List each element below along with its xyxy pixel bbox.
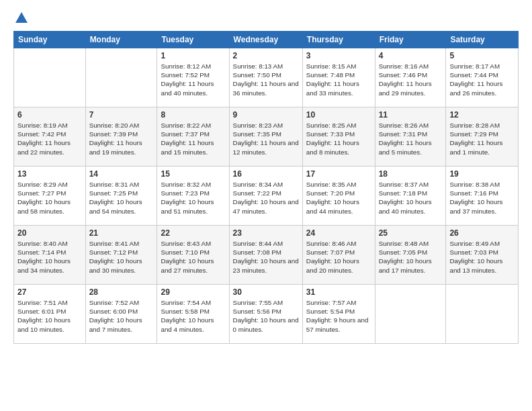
header xyxy=(13,11,519,24)
table-row: 10Sunrise: 8:25 AMSunset: 7:33 PMDayligh… xyxy=(302,107,375,167)
day-number: 15 xyxy=(161,169,225,179)
day-info: Sunrise: 7:51 AMSunset: 6:01 PMDaylight:… xyxy=(17,298,82,334)
day-info: Sunrise: 8:41 AMSunset: 7:12 PMDaylight:… xyxy=(89,239,154,275)
day-info: Sunrise: 8:23 AMSunset: 7:35 PMDaylight:… xyxy=(233,121,299,156)
day-number: 25 xyxy=(379,228,443,238)
table-row: 24Sunrise: 8:46 AMSunset: 7:07 PMDayligh… xyxy=(302,226,375,285)
day-number: 28 xyxy=(89,287,154,297)
day-info: Sunrise: 8:40 AMSunset: 7:14 PMDaylight:… xyxy=(17,239,82,275)
day-number: 20 xyxy=(17,228,82,238)
day-number: 24 xyxy=(306,228,371,238)
day-number: 23 xyxy=(233,228,299,238)
day-info: Sunrise: 8:12 AMSunset: 7:52 PMDaylight:… xyxy=(161,62,225,97)
table-row: 11Sunrise: 8:26 AMSunset: 7:31 PMDayligh… xyxy=(375,107,446,167)
table-row: 14Sunrise: 8:31 AMSunset: 7:25 PMDayligh… xyxy=(85,167,157,226)
day-info: Sunrise: 8:17 AMSunset: 7:44 PMDaylight:… xyxy=(449,62,515,97)
col-saturday: Saturday xyxy=(446,32,519,48)
col-wednesday: Wednesday xyxy=(229,32,302,48)
day-info: Sunrise: 8:46 AMSunset: 7:07 PMDaylight:… xyxy=(306,239,371,275)
day-number: 9 xyxy=(233,110,299,120)
table-row: 3Sunrise: 8:15 AMSunset: 7:48 PMDaylight… xyxy=(302,48,375,107)
table-row: 30Sunrise: 7:55 AMSunset: 5:56 PMDayligh… xyxy=(229,285,302,344)
col-thursday: Thursday xyxy=(302,32,375,48)
day-number: 7 xyxy=(89,110,154,120)
calendar-week-row: 27Sunrise: 7:51 AMSunset: 6:01 PMDayligh… xyxy=(14,285,519,344)
table-row: 27Sunrise: 7:51 AMSunset: 6:01 PMDayligh… xyxy=(14,285,86,344)
logo xyxy=(13,11,29,24)
day-number: 5 xyxy=(449,51,515,60)
table-row: 31Sunrise: 7:57 AMSunset: 5:54 PMDayligh… xyxy=(302,285,375,344)
day-number: 17 xyxy=(306,169,371,179)
calendar-week-row: 1Sunrise: 8:12 AMSunset: 7:52 PMDaylight… xyxy=(14,48,519,107)
col-sunday: Sunday xyxy=(14,32,86,48)
day-number: 19 xyxy=(449,169,515,179)
table-row: 4Sunrise: 8:16 AMSunset: 7:46 PMDaylight… xyxy=(375,48,446,107)
day-info: Sunrise: 8:16 AMSunset: 7:46 PMDaylight:… xyxy=(379,62,443,97)
day-info: Sunrise: 8:48 AMSunset: 7:05 PMDaylight:… xyxy=(379,239,443,275)
day-number: 12 xyxy=(449,110,515,120)
day-number: 30 xyxy=(233,287,299,297)
table-row: 17Sunrise: 8:35 AMSunset: 7:20 PMDayligh… xyxy=(302,167,375,226)
day-info: Sunrise: 8:43 AMSunset: 7:10 PMDaylight:… xyxy=(161,239,225,275)
day-info: Sunrise: 8:37 AMSunset: 7:18 PMDaylight:… xyxy=(379,180,443,216)
day-info: Sunrise: 8:28 AMSunset: 7:29 PMDaylight:… xyxy=(449,121,515,156)
table-row: 5Sunrise: 8:17 AMSunset: 7:44 PMDaylight… xyxy=(446,48,519,107)
table-row xyxy=(375,285,446,344)
day-number: 11 xyxy=(379,110,443,120)
day-info: Sunrise: 7:52 AMSunset: 6:00 PMDaylight:… xyxy=(89,298,154,334)
table-row: 9Sunrise: 8:23 AMSunset: 7:35 PMDaylight… xyxy=(229,107,302,167)
col-monday: Monday xyxy=(85,32,157,48)
day-info: Sunrise: 7:57 AMSunset: 5:54 PMDaylight:… xyxy=(306,298,371,334)
calendar-week-row: 13Sunrise: 8:29 AMSunset: 7:27 PMDayligh… xyxy=(14,167,519,226)
day-number: 14 xyxy=(89,169,154,179)
calendar-table: Sunday Monday Tuesday Wednesday Thursday… xyxy=(13,31,519,344)
calendar-week-row: 6Sunrise: 8:19 AMSunset: 7:42 PMDaylight… xyxy=(14,107,519,167)
col-tuesday: Tuesday xyxy=(157,32,229,48)
table-row: 29Sunrise: 7:54 AMSunset: 5:58 PMDayligh… xyxy=(157,285,229,344)
logo-icon xyxy=(14,11,29,26)
page: Sunday Monday Tuesday Wednesday Thursday… xyxy=(0,0,532,411)
day-number: 3 xyxy=(306,51,371,60)
table-row: 1Sunrise: 8:12 AMSunset: 7:52 PMDaylight… xyxy=(157,48,229,107)
day-number: 8 xyxy=(161,110,225,120)
day-info: Sunrise: 8:22 AMSunset: 7:37 PMDaylight:… xyxy=(161,121,225,156)
table-row: 25Sunrise: 8:48 AMSunset: 7:05 PMDayligh… xyxy=(375,226,446,285)
calendar-header-row: Sunday Monday Tuesday Wednesday Thursday… xyxy=(14,32,519,48)
day-number: 4 xyxy=(379,51,443,60)
table-row: 6Sunrise: 8:19 AMSunset: 7:42 PMDaylight… xyxy=(14,107,86,167)
day-number: 26 xyxy=(449,228,515,238)
day-number: 31 xyxy=(306,287,371,297)
table-row: 18Sunrise: 8:37 AMSunset: 7:18 PMDayligh… xyxy=(375,167,446,226)
day-number: 29 xyxy=(161,287,225,297)
day-info: Sunrise: 8:15 AMSunset: 7:48 PMDaylight:… xyxy=(306,62,371,97)
day-info: Sunrise: 8:13 AMSunset: 7:50 PMDaylight:… xyxy=(233,62,299,97)
table-row xyxy=(85,48,157,107)
day-number: 22 xyxy=(161,228,225,238)
day-info: Sunrise: 8:29 AMSunset: 7:27 PMDaylight:… xyxy=(17,180,82,216)
table-row: 19Sunrise: 8:38 AMSunset: 7:16 PMDayligh… xyxy=(446,167,519,226)
svg-marker-0 xyxy=(15,12,28,23)
table-row: 26Sunrise: 8:49 AMSunset: 7:03 PMDayligh… xyxy=(446,226,519,285)
day-info: Sunrise: 8:25 AMSunset: 7:33 PMDaylight:… xyxy=(306,121,371,156)
day-info: Sunrise: 7:55 AMSunset: 5:56 PMDaylight:… xyxy=(233,298,299,334)
table-row: 12Sunrise: 8:28 AMSunset: 7:29 PMDayligh… xyxy=(446,107,519,167)
table-row: 21Sunrise: 8:41 AMSunset: 7:12 PMDayligh… xyxy=(85,226,157,285)
day-info: Sunrise: 8:49 AMSunset: 7:03 PMDaylight:… xyxy=(449,239,515,275)
table-row: 2Sunrise: 8:13 AMSunset: 7:50 PMDaylight… xyxy=(229,48,302,107)
day-number: 18 xyxy=(379,169,443,179)
day-info: Sunrise: 8:20 AMSunset: 7:39 PMDaylight:… xyxy=(89,121,154,156)
day-number: 1 xyxy=(161,51,225,60)
day-number: 13 xyxy=(17,169,82,179)
day-number: 27 xyxy=(17,287,82,297)
table-row: 23Sunrise: 8:44 AMSunset: 7:08 PMDayligh… xyxy=(229,226,302,285)
table-row: 8Sunrise: 8:22 AMSunset: 7:37 PMDaylight… xyxy=(157,107,229,167)
day-info: Sunrise: 8:34 AMSunset: 7:22 PMDaylight:… xyxy=(233,180,299,216)
table-row: 13Sunrise: 8:29 AMSunset: 7:27 PMDayligh… xyxy=(14,167,86,226)
table-row: 16Sunrise: 8:34 AMSunset: 7:22 PMDayligh… xyxy=(229,167,302,226)
day-info: Sunrise: 7:54 AMSunset: 5:58 PMDaylight:… xyxy=(161,298,225,334)
calendar-week-row: 20Sunrise: 8:40 AMSunset: 7:14 PMDayligh… xyxy=(14,226,519,285)
day-info: Sunrise: 8:31 AMSunset: 7:25 PMDaylight:… xyxy=(89,180,154,216)
day-number: 2 xyxy=(233,51,299,60)
table-row: 20Sunrise: 8:40 AMSunset: 7:14 PMDayligh… xyxy=(14,226,86,285)
day-info: Sunrise: 8:19 AMSunset: 7:42 PMDaylight:… xyxy=(17,121,82,156)
